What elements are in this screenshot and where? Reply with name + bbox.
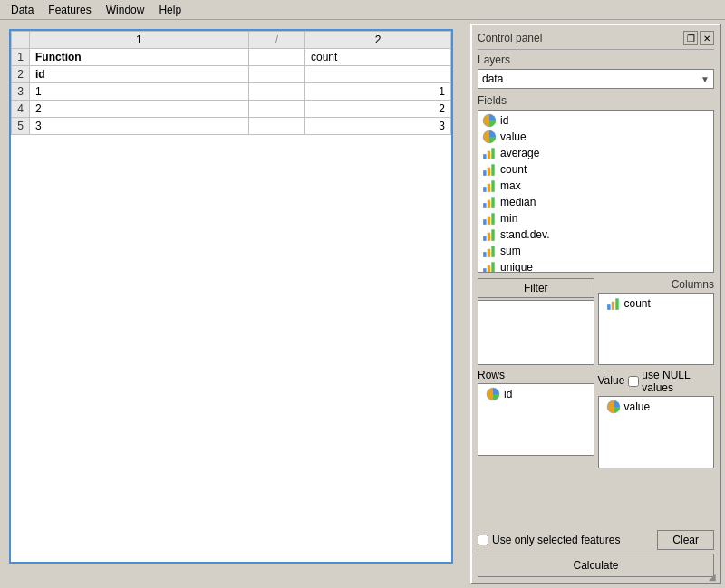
filter-left: Filter xyxy=(478,278,594,365)
use-selected-text: Use only selected features xyxy=(492,534,620,546)
field-item[interactable]: median xyxy=(478,194,713,210)
svg-rect-9 xyxy=(488,184,490,192)
field-item[interactable]: count xyxy=(478,161,713,178)
use-null-text: use NULL values xyxy=(642,369,714,394)
cell-id-val xyxy=(305,66,451,83)
svg-rect-21 xyxy=(488,249,490,257)
use-selected-checkbox[interactable] xyxy=(478,535,488,545)
svg-rect-18 xyxy=(488,233,490,241)
field-item[interactable]: max xyxy=(478,178,713,194)
cell-r4c1: 2 xyxy=(30,101,249,118)
resize-handle[interactable]: ◢ xyxy=(709,572,718,581)
table-row: 2 id xyxy=(12,66,451,83)
bar-icon-count xyxy=(606,296,621,311)
col-header-sep: / xyxy=(248,32,304,49)
fields-section: Fields id value average count xyxy=(478,94,714,273)
table-row: 5 3 3 xyxy=(12,118,451,135)
pivot-columns-rows: Rows id xyxy=(478,369,714,468)
value-item-label: value xyxy=(624,400,651,413)
field-name: count xyxy=(500,163,527,176)
svg-rect-23 xyxy=(483,268,486,273)
row-num-4: 4 xyxy=(12,101,30,118)
value-box[interactable]: value xyxy=(598,396,715,468)
columns-box[interactable]: count xyxy=(598,293,715,365)
layers-dropdown[interactable]: data ▼ xyxy=(478,69,714,89)
svg-rect-16 xyxy=(491,213,494,225)
field-item[interactable]: value xyxy=(478,129,713,145)
cell-r4c2: 2 xyxy=(305,101,451,118)
restore-button[interactable]: ❐ xyxy=(683,31,698,45)
col-header-1[interactable]: 1 xyxy=(30,32,249,49)
field-item[interactable]: min xyxy=(478,210,713,227)
rows-item-id-label: id xyxy=(504,388,512,400)
data-table: 1 / 2 1 Function count 2 xyxy=(11,31,451,135)
field-name: median xyxy=(500,196,536,208)
clear-button[interactable]: Clear xyxy=(657,530,714,550)
svg-rect-29 xyxy=(607,304,610,310)
value-section-header: Value use NULL values xyxy=(598,369,715,394)
dropdown-arrow-icon: ▼ xyxy=(701,74,710,84)
svg-rect-2 xyxy=(483,154,486,159)
bar-icon xyxy=(482,211,497,226)
rows-label: Rows xyxy=(478,369,594,381)
use-null-label: use NULL values xyxy=(628,369,714,394)
svg-rect-6 xyxy=(488,168,490,176)
filter-button[interactable]: Filter xyxy=(478,278,594,298)
cell-count-val: count xyxy=(305,49,451,66)
cell-id-sep xyxy=(248,66,304,83)
menu-help[interactable]: Help xyxy=(151,2,188,18)
menu-window[interactable]: Window xyxy=(99,2,152,18)
bottom-controls: Use only selected features Clear xyxy=(478,530,714,550)
use-null-checkbox[interactable] xyxy=(628,376,639,387)
cell-r5c1: 3 xyxy=(30,118,249,135)
field-item[interactable]: id xyxy=(478,112,713,129)
fields-label: Fields xyxy=(478,94,714,107)
pie-icon-value xyxy=(606,400,621,414)
columns-label: Columns xyxy=(672,278,714,291)
use-selected-label: Use only selected features xyxy=(478,534,620,546)
field-item[interactable]: sum xyxy=(478,243,713,259)
layers-label: Layers xyxy=(478,53,714,66)
svg-rect-3 xyxy=(488,151,490,159)
columns-right: Columns count xyxy=(598,278,715,365)
bar-icon xyxy=(482,146,497,160)
field-name: unique xyxy=(500,261,533,273)
cell-r5c2: 3 xyxy=(305,118,451,135)
main-content: 1 / 2 1 Function count 2 xyxy=(0,20,725,588)
cell-count-header xyxy=(248,49,304,66)
filter-and-cols: FilterColumns count xyxy=(478,278,714,365)
menu-features[interactable]: Features xyxy=(41,2,98,18)
svg-rect-7 xyxy=(491,164,494,176)
cell-r4sep xyxy=(248,101,304,118)
panel-title-bar: Control panel ❐ ✕ xyxy=(478,31,714,50)
field-item[interactable]: average xyxy=(478,145,713,161)
svg-rect-15 xyxy=(488,217,490,225)
close-button[interactable]: ✕ xyxy=(700,31,714,45)
header-buttons: ❐ ✕ xyxy=(683,31,714,45)
cell-r3c1: 1 xyxy=(30,83,249,101)
columns-item-count: count xyxy=(603,295,710,312)
svg-rect-22 xyxy=(491,246,494,257)
cell-r3sep xyxy=(248,83,304,101)
bar-icon xyxy=(482,244,497,258)
field-item[interactable]: stand.dev. xyxy=(478,227,713,243)
field-item[interactable]: unique xyxy=(478,259,713,273)
rows-box[interactable]: id xyxy=(478,383,594,456)
pie-icon xyxy=(482,113,497,128)
calculate-button[interactable]: Calculate xyxy=(478,554,714,577)
svg-rect-30 xyxy=(611,302,614,310)
pie-icon xyxy=(486,387,500,401)
field-name: max xyxy=(500,179,521,192)
svg-rect-11 xyxy=(483,203,486,208)
left-panel: 1 / 2 1 Function count 2 xyxy=(0,20,467,588)
bar-icon xyxy=(482,260,497,273)
rows-item-id: id xyxy=(482,386,590,402)
pie-icon xyxy=(482,130,497,144)
col-header-2[interactable]: 2 xyxy=(305,32,451,49)
table-row: 3 1 1 xyxy=(12,83,451,101)
value-label: Value xyxy=(598,374,625,387)
field-name: average xyxy=(500,147,539,159)
menu-data[interactable]: Data xyxy=(4,2,41,18)
svg-rect-8 xyxy=(483,187,486,192)
bar-icon xyxy=(482,195,497,209)
